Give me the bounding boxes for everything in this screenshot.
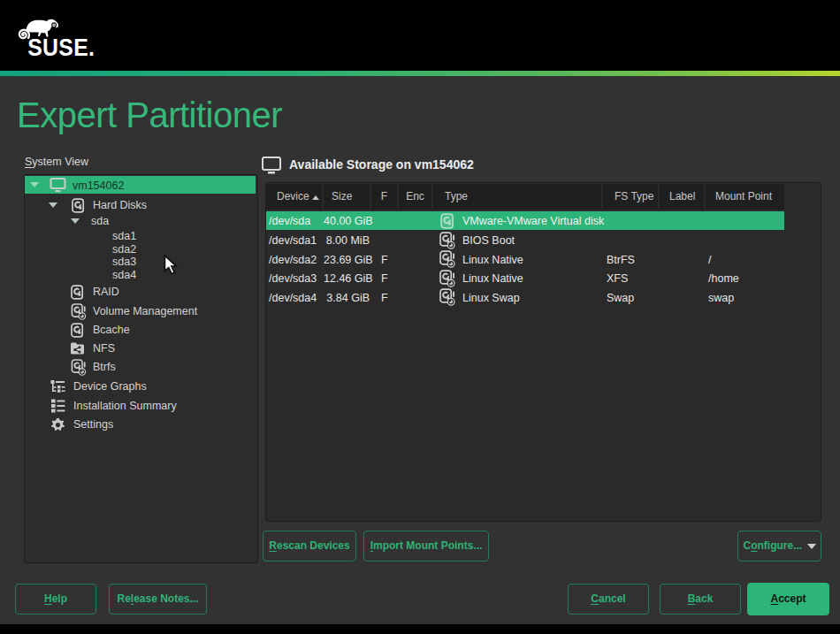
svg-text:SUSE.: SUSE. — [27, 33, 95, 61]
